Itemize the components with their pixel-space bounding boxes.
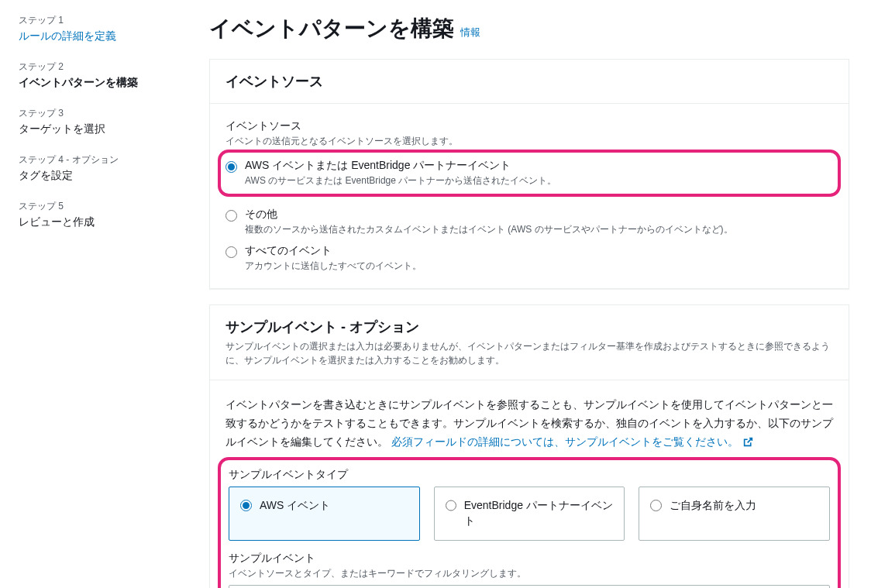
sample-event-panel: サンプルイベント - オプション サンプルイベントの選択または入力は必要ありませ… <box>209 304 849 588</box>
step-3[interactable]: ステップ 3 ターゲットを選択 <box>19 107 191 136</box>
tile-partner-events[interactable]: EventBridge パートナーイベント <box>434 487 625 540</box>
radio-label: その他 <box>245 208 733 222</box>
radio-input-all-events[interactable] <box>225 246 237 258</box>
radio-label: AWS イベントまたは EventBridge パートナーイベント <box>245 159 556 173</box>
radio-input-other[interactable] <box>225 210 237 222</box>
highlight-aws-events: AWS イベントまたは EventBridge パートナーイベント AWS のサ… <box>218 150 841 197</box>
main-content: イベントパターンを構築 情報 イベントソース イベントソース イベントの送信元と… <box>209 0 868 588</box>
sample-event-select[interactable]: GuardDuty Finding ▼ <box>229 585 830 588</box>
panel-header: サンプルイベント - オプション サンプルイベントの選択または入力は必要ありませ… <box>210 305 849 380</box>
sample-type-tiles: AWS イベント EventBridge パートナーイベント ご自身名前を入力 <box>229 487 830 540</box>
panel-heading: サンプルイベント - オプション <box>225 318 833 336</box>
event-source-panel: イベントソース イベントソース イベントの送信元となるイベントソースを選択します… <box>209 59 849 289</box>
panel-heading-desc: サンプルイベントの選択または入力は必要ありませんが、イベントパターンまたはフィル… <box>225 339 833 367</box>
step-label: ステップ 2 <box>19 60 191 74</box>
radio-all-events[interactable]: すべてのイベント アカウントに送信したすべてのイベント。 <box>225 244 833 273</box>
radio-other[interactable]: その他 複数のソースから送信されたカスタムイベントまたはイベント (AWS のサ… <box>225 208 833 236</box>
tile-label: ご自身名前を入力 <box>670 498 756 514</box>
step-sidebar: ステップ 1 ルールの詳細を定義 ステップ 2 イベントパターンを構築 ステップ… <box>0 0 209 588</box>
step-1[interactable]: ステップ 1 ルールの詳細を定義 <box>19 14 191 43</box>
step-4[interactable]: ステップ 4 - オプション タグを設定 <box>19 153 191 183</box>
step-label: ステップ 1 <box>19 14 191 27</box>
panel-heading: イベントソース <box>225 72 833 91</box>
sample-body-text: イベントパターンを書き込むときにサンプルイベントを参照することも、サンプルイベン… <box>225 396 833 451</box>
event-source-radio-group: AWS イベントまたは EventBridge パートナーイベント AWS のサ… <box>225 156 833 273</box>
step-title: レビューと作成 <box>19 215 191 229</box>
step-title: タグを設定 <box>19 169 191 183</box>
sample-type-label: サンプルイベントタイプ <box>229 468 830 482</box>
step-title: ターゲットを選択 <box>19 122 191 136</box>
radio-input-aws-sample[interactable] <box>240 500 252 511</box>
tile-own-name[interactable]: ご自身名前を入力 <box>639 487 830 540</box>
sample-event-label: サンプルイベント <box>229 552 830 566</box>
step-label: ステップ 4 - オプション <box>19 153 191 167</box>
step-5[interactable]: ステップ 5 レビューと作成 <box>19 200 191 229</box>
sample-event-desc: イベントソースとタイプ、またはキーワードでフィルタリングします。 <box>229 567 830 580</box>
step-label: ステップ 5 <box>19 200 191 213</box>
step-title: イベントパターンを構築 <box>19 76 191 90</box>
info-link[interactable]: 情報 <box>460 26 480 40</box>
external-link-icon <box>743 437 753 447</box>
radio-aws-events[interactable]: AWS イベントまたは EventBridge パートナーイベント AWS のサ… <box>225 159 830 187</box>
page-title-row: イベントパターンを構築 情報 <box>209 14 849 43</box>
sample-body-link[interactable]: 必須フィールドの詳細については、サンプルイベントをご覧ください。 <box>391 435 753 448</box>
panel-body: イベントソース イベントの送信元となるイベントソースを選択します。 AWS イベ… <box>210 104 849 288</box>
radio-input-partner-sample[interactable] <box>446 500 456 511</box>
step-title[interactable]: ルールの詳細を定義 <box>19 29 191 43</box>
sample-body-link-text: 必須フィールドの詳細については、サンプルイベントをご覧ください。 <box>391 435 738 448</box>
step-label: ステップ 3 <box>19 107 191 120</box>
radio-desc: アカウントに送信したすべてのイベント。 <box>245 260 422 273</box>
tile-label: AWS イベント <box>260 498 330 514</box>
tile-label: EventBridge パートナーイベント <box>464 498 614 528</box>
field-label: イベントソース <box>225 119 833 133</box>
radio-desc: AWS のサービスまたは EventBridge パートナーから送信されたイベン… <box>245 174 556 187</box>
field-desc: イベントの送信元となるイベントソースを選択します。 <box>225 135 833 148</box>
highlight-sample-type: サンプルイベントタイプ AWS イベント EventBridge パートナーイベ… <box>218 457 841 588</box>
tile-aws-events[interactable]: AWS イベント <box>229 487 420 540</box>
radio-label: すべてのイベント <box>245 244 422 258</box>
radio-input-own-sample[interactable] <box>650 500 662 511</box>
radio-desc: 複数のソースから送信されたカスタムイベントまたはイベント (AWS のサービスや… <box>245 223 733 236</box>
panel-body: イベントパターンを書き込むときにサンプルイベントを参照することも、サンプルイベン… <box>210 380 849 588</box>
panel-header: イベントソース <box>210 60 849 104</box>
radio-input-aws-events[interactable] <box>225 161 237 173</box>
page-title: イベントパターンを構築 <box>209 14 454 43</box>
step-2[interactable]: ステップ 2 イベントパターンを構築 <box>19 60 191 90</box>
